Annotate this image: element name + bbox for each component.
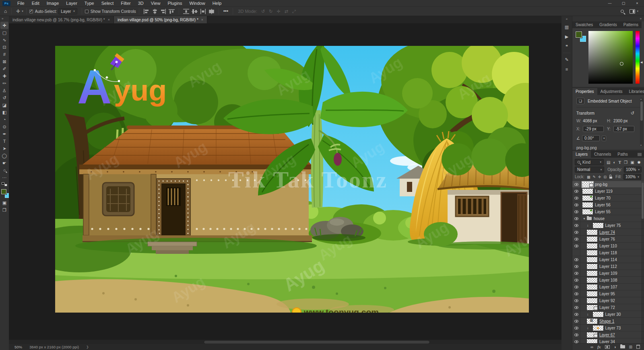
visibility-toggle[interactable] bbox=[572, 215, 580, 222]
zoom-level-field[interactable]: 50% bbox=[14, 345, 22, 349]
document-tab-active[interactable]: indian village.psd @ 50% (png-bg, RGB/8#… bbox=[114, 16, 207, 23]
default-colors-icon[interactable] bbox=[2, 182, 7, 186]
color-cursor[interactable] bbox=[620, 62, 623, 66]
menu-help[interactable]: Help bbox=[209, 1, 225, 6]
lasso-tool[interactable]: ∿ bbox=[0, 36, 8, 43]
actions-panel-icon[interactable]: ▶ bbox=[563, 33, 571, 41]
layer-thumbnail[interactable] bbox=[587, 291, 597, 296]
layer-thumbnail[interactable] bbox=[593, 312, 603, 317]
layer-name[interactable]: Layer 107 bbox=[599, 285, 617, 289]
layer-filter-dropdown[interactable]: Kind ▾ bbox=[575, 159, 604, 165]
layer-name[interactable]: Layer 109 bbox=[599, 271, 617, 276]
lock-artboard-icon[interactable]: ⊡ bbox=[604, 175, 607, 179]
collapse-panels-icon[interactable]: » bbox=[640, 17, 642, 21]
layer-name[interactable]: Layer 70 bbox=[595, 196, 611, 200]
shape-tool[interactable]: ◯ bbox=[0, 152, 8, 159]
visibility-toggle[interactable] bbox=[572, 243, 580, 249]
auto-select-checkbox[interactable] bbox=[29, 10, 33, 13]
object-selection-tool[interactable]: ⊡ bbox=[0, 43, 8, 51]
layer-thumbnail[interactable] bbox=[593, 223, 603, 228]
frame-tool[interactable]: ⊠ bbox=[0, 58, 8, 65]
layer-row[interactable]: ↓ Layer 73 bbox=[572, 325, 644, 331]
layer-thumbnail[interactable] bbox=[587, 257, 597, 262]
layer-name[interactable]: Layer 118 bbox=[599, 251, 617, 255]
opacity-dropdown[interactable]: 100% ▾ bbox=[624, 167, 642, 173]
distribute-horizontal-icon[interactable] bbox=[208, 9, 215, 14]
layer-row[interactable]: Layer 76 bbox=[572, 236, 644, 243]
layer-row[interactable]: Layer 114 bbox=[572, 256, 644, 263]
visibility-toggle[interactable] bbox=[572, 297, 580, 304]
filter-shape-layers-icon[interactable]: ❒ bbox=[624, 160, 627, 165]
layer-name[interactable]: Layer 119 bbox=[595, 189, 613, 194]
menu-image[interactable]: Image bbox=[43, 1, 63, 6]
layer-effects-icon[interactable]: fx bbox=[597, 345, 601, 349]
menu-edit[interactable]: Edit bbox=[28, 1, 43, 6]
angle-input[interactable]: 0.00° bbox=[582, 135, 600, 141]
foreground-background-swatches[interactable] bbox=[1, 189, 8, 196]
minimize-button[interactable]: — bbox=[603, 0, 617, 6]
layer-thumbnail[interactable] bbox=[587, 332, 597, 338]
foreground-color-swatch[interactable] bbox=[576, 31, 582, 38]
healing-brush-tool[interactable]: ✚ bbox=[0, 72, 8, 80]
menu-type[interactable]: Type bbox=[81, 1, 98, 6]
layer-name[interactable]: Layer 112 bbox=[599, 264, 617, 269]
move-tool[interactable]: ✛ bbox=[0, 22, 8, 29]
eraser-tool[interactable]: ◪ bbox=[0, 101, 8, 109]
layer-row[interactable]: Layer 109 bbox=[572, 270, 644, 277]
layer-thumbnail[interactable] bbox=[587, 319, 597, 324]
layer-row[interactable]: Layer 74 bbox=[572, 229, 644, 236]
scrollbar-thumb[interactable] bbox=[642, 183, 644, 219]
visibility-toggle[interactable] bbox=[572, 202, 580, 208]
menu-select[interactable]: Select bbox=[98, 1, 118, 6]
visibility-toggle[interactable] bbox=[572, 222, 580, 229]
layer-thumbnail[interactable] bbox=[587, 250, 597, 255]
angle-dropdown-icon[interactable]: ▾ bbox=[602, 136, 607, 141]
tab-adjustments[interactable]: Adjustments bbox=[597, 88, 626, 95]
gradient-tool[interactable]: ◧ bbox=[0, 109, 8, 116]
visibility-toggle[interactable] bbox=[572, 188, 580, 195]
filter-type-layers-icon[interactable]: T bbox=[619, 160, 621, 165]
status-menu-arrow-icon[interactable]: ❯ bbox=[86, 345, 89, 349]
layer-filter-toggle[interactable]: ◉ bbox=[638, 160, 641, 164]
tab-swatches[interactable]: Swatches bbox=[572, 21, 596, 28]
layer-row[interactable]: Layer 95 bbox=[572, 290, 644, 297]
layer-name[interactable]: Layer 56 bbox=[595, 203, 611, 207]
visibility-toggle[interactable] bbox=[572, 263, 580, 270]
tab-properties[interactable]: Properties bbox=[572, 88, 597, 95]
scrollbar-thumb[interactable] bbox=[640, 101, 643, 121]
layer-row[interactable]: Shape 1 bbox=[572, 318, 644, 325]
edit-toolbar-icon[interactable]: ⋯ bbox=[0, 174, 8, 181]
tab-channels[interactable]: Channels bbox=[591, 151, 614, 158]
layer-thumbnail[interactable] bbox=[587, 237, 597, 242]
layer-name[interactable]: Layer 74 bbox=[599, 230, 615, 235]
close-tab-icon[interactable]: × bbox=[108, 18, 110, 22]
menu-plugins[interactable]: Plugins bbox=[164, 1, 186, 6]
hue-slider-arrow-icon[interactable]: ◀ bbox=[640, 61, 642, 64]
pen-tool[interactable]: ✒ bbox=[0, 130, 8, 138]
path-selection-tool[interactable]: ➤ bbox=[0, 145, 8, 152]
properties-scrollbar[interactable]: ▴ ▾ bbox=[640, 97, 643, 146]
align-top-icon[interactable] bbox=[169, 9, 175, 14]
layer-name[interactable]: Layer 114 bbox=[599, 257, 617, 262]
move-tool-icon[interactable]: ✛ bbox=[14, 8, 22, 14]
layer-thumbnail[interactable] bbox=[587, 339, 597, 344]
layer-name[interactable]: Layer 72 bbox=[599, 305, 615, 310]
filter-pixel-layers-icon[interactable]: ▤ bbox=[607, 160, 610, 165]
group-chevron-icon[interactable]: ▼ bbox=[583, 217, 586, 220]
layer-name[interactable]: Layer 108 bbox=[599, 278, 617, 282]
layer-row[interactable]: Layer 107 bbox=[572, 284, 644, 290]
menu-filter[interactable]: Filter bbox=[117, 1, 134, 6]
align-center-horizontal-icon[interactable] bbox=[152, 9, 158, 14]
distribute-top-icon[interactable] bbox=[183, 9, 189, 14]
lock-transparent-pixels-icon[interactable]: ▦ bbox=[587, 175, 590, 179]
maximize-button[interactable]: ▢ bbox=[617, 0, 630, 6]
layer-thumbnail[interactable] bbox=[593, 325, 603, 331]
visibility-toggle[interactable] bbox=[572, 256, 580, 263]
layer-name[interactable]: Layer 92 bbox=[599, 299, 615, 303]
filter-adjustment-layers-icon[interactable]: ◐ bbox=[613, 160, 615, 165]
layer-name[interactable]: house bbox=[594, 216, 605, 221]
more-options-icon[interactable]: ••• bbox=[222, 8, 230, 14]
clone-source-panel-icon[interactable]: ▥ bbox=[563, 23, 571, 31]
visibility-toggle[interactable] bbox=[572, 284, 580, 290]
layer-name[interactable]: Layer 55 bbox=[595, 210, 611, 214]
